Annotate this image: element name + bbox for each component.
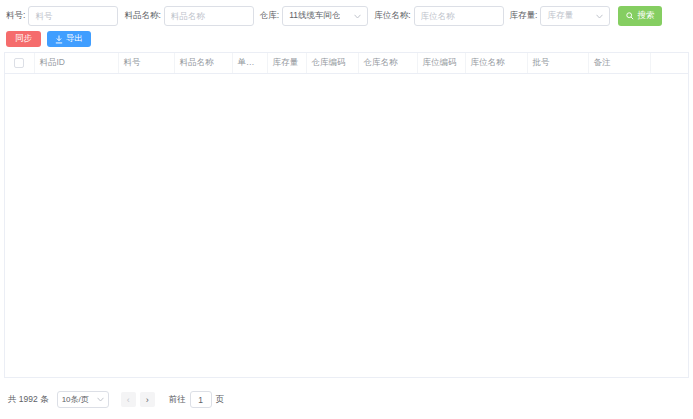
- warehouse-select-value: 11线缆车间仓: [289, 10, 340, 22]
- column-header: 库存量: [267, 53, 306, 73]
- toolbar: 同步 导出: [0, 26, 693, 47]
- search-button-label: 搜索: [637, 10, 654, 22]
- loc-name-label: 库位名称:: [374, 10, 410, 22]
- header-checkbox-cell: [5, 53, 34, 73]
- chevron-down-icon: [97, 397, 104, 402]
- table-header-row: 料品ID料号料品名称单位名称库存量仓库编码仓库名称库位编码库位名称批号备注: [5, 53, 688, 73]
- part-no-label: 料号:: [6, 10, 25, 22]
- page-size-select[interactable]: 10条/页: [57, 391, 109, 408]
- chevron-down-icon: [354, 14, 361, 19]
- filter-bar: 料号: 料品名称: 仓库: 11线缆车间仓 库位名称: 库存量: 库存量 搜索: [0, 0, 693, 26]
- pagination-bar: 共 1992 条 10条/页 ‹ › 前往 页: [0, 378, 693, 408]
- goto-label: 前往: [169, 394, 186, 406]
- column-header: 料号: [118, 53, 174, 73]
- column-header: 备注: [588, 53, 650, 73]
- search-icon: [626, 12, 634, 20]
- stock-qty-select[interactable]: 库存量: [540, 6, 610, 26]
- stock-qty-select-placeholder: 库存量: [547, 10, 573, 22]
- column-header: 批号: [527, 53, 588, 73]
- search-button[interactable]: 搜索: [618, 6, 662, 26]
- prev-page-button[interactable]: ‹: [121, 392, 136, 407]
- column-header: 料品ID: [34, 53, 118, 73]
- page-size-value: 10条/页: [62, 394, 89, 405]
- column-header: 单位名称: [232, 53, 267, 73]
- stock-qty-label: 库存量:: [510, 10, 538, 22]
- chevron-down-icon: [596, 14, 603, 19]
- column-header: 库位名称: [465, 53, 527, 73]
- goto-suffix: 页: [216, 394, 225, 406]
- goto-page: 前往 页: [169, 391, 225, 408]
- pager: ‹ ›: [119, 392, 157, 407]
- sync-button[interactable]: 同步: [6, 31, 41, 47]
- warehouse-select[interactable]: 11线缆车间仓: [282, 6, 368, 26]
- part-no-input[interactable]: [28, 6, 118, 26]
- sync-button-label: 同步: [15, 33, 32, 45]
- column-header: 库位编码: [417, 53, 465, 73]
- loc-name-input[interactable]: [414, 6, 504, 26]
- column-header: 仓库编码: [306, 53, 358, 73]
- select-all-checkbox[interactable]: [14, 58, 24, 68]
- item-name-label: 料品名称:: [124, 10, 160, 22]
- total-count: 共 1992 条: [8, 394, 49, 406]
- warehouse-label: 仓库:: [260, 10, 279, 22]
- next-page-button[interactable]: ›: [140, 392, 155, 407]
- download-icon: [55, 35, 63, 44]
- inventory-table: 料品ID料号料品名称单位名称库存量仓库编码仓库名称库位编码库位名称批号备注: [4, 52, 689, 378]
- export-button[interactable]: 导出: [47, 31, 91, 47]
- goto-page-input[interactable]: [190, 391, 212, 408]
- item-name-input[interactable]: [164, 6, 254, 26]
- export-button-label: 导出: [66, 33, 83, 45]
- column-header: 料品名称: [174, 53, 232, 73]
- column-header: 仓库名称: [358, 53, 417, 73]
